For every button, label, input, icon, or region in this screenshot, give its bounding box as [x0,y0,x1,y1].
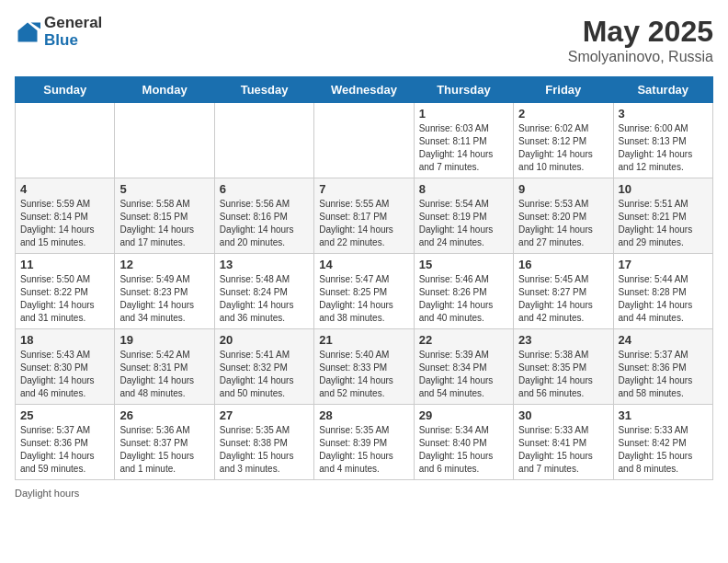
location-title: Smolyaninovo, Russia [568,49,713,65]
logo-blue: Blue [44,32,102,50]
day-info: Sunrise: 5:40 AM Sunset: 8:33 PM Dayligh… [319,349,408,400]
calendar-day-cell: 12Sunrise: 5:49 AM Sunset: 8:23 PM Dayli… [115,254,214,329]
calendar-day-cell: 6Sunrise: 5:56 AM Sunset: 8:16 PM Daylig… [214,178,313,254]
calendar-day-cell: 31Sunrise: 5:33 AM Sunset: 8:42 PM Dayli… [613,405,712,480]
day-info: Sunrise: 5:56 AM Sunset: 8:16 PM Dayligh… [220,198,309,249]
day-number: 2 [518,107,608,121]
day-number: 16 [518,258,608,271]
day-number: 7 [319,182,408,196]
logo-text: General Blue [44,15,102,49]
day-number: 22 [419,333,508,347]
calendar-week-row: 25Sunrise: 5:37 AM Sunset: 8:36 PM Dayli… [16,405,713,480]
day-number: 25 [20,408,109,422]
day-number: 4 [20,182,109,196]
day-number: 20 [220,333,309,347]
day-number: 15 [419,258,508,271]
calendar-day-cell: 4Sunrise: 5:59 AM Sunset: 8:14 PM Daylig… [16,178,115,254]
calendar-day-cell: 20Sunrise: 5:41 AM Sunset: 8:32 PM Dayli… [214,329,313,405]
day-info: Sunrise: 6:03 AM Sunset: 8:11 PM Dayligh… [419,122,508,174]
day-number: 31 [619,408,708,422]
day-number: 30 [518,408,608,422]
day-number: 26 [119,408,209,422]
day-info: Sunrise: 5:37 AM Sunset: 8:36 PM Dayligh… [20,424,109,476]
logo: General Blue [15,15,102,49]
calendar-day-cell: 16Sunrise: 5:45 AM Sunset: 8:27 PM Dayli… [514,254,613,329]
calendar-day-cell: 25Sunrise: 5:37 AM Sunset: 8:36 PM Dayli… [16,405,115,480]
calendar-day-cell: 3Sunrise: 6:00 AM Sunset: 8:13 PM Daylig… [613,103,712,178]
day-info: Sunrise: 5:35 AM Sunset: 8:39 PM Dayligh… [319,424,408,476]
day-info: Sunrise: 6:00 AM Sunset: 8:13 PM Dayligh… [619,122,708,174]
day-number: 12 [119,258,209,271]
day-info: Sunrise: 5:51 AM Sunset: 8:21 PM Dayligh… [619,198,708,249]
day-info: Sunrise: 5:36 AM Sunset: 8:37 PM Dayligh… [119,424,209,476]
weekday-header: Tuesday [214,77,313,103]
day-number: 10 [619,182,708,196]
day-info: Sunrise: 5:47 AM Sunset: 8:25 PM Dayligh… [319,273,408,325]
calendar-day-cell: 18Sunrise: 5:43 AM Sunset: 8:30 PM Dayli… [16,329,115,405]
day-number: 8 [419,182,508,196]
day-number: 24 [619,333,708,347]
calendar-day-cell: 26Sunrise: 5:36 AM Sunset: 8:37 PM Dayli… [115,405,214,480]
day-info: Sunrise: 5:42 AM Sunset: 8:31 PM Dayligh… [119,349,209,400]
day-info: Sunrise: 5:55 AM Sunset: 8:17 PM Dayligh… [319,198,408,249]
day-info: Sunrise: 5:35 AM Sunset: 8:38 PM Dayligh… [220,424,309,476]
day-info: Sunrise: 5:37 AM Sunset: 8:36 PM Dayligh… [619,349,708,400]
calendar-day-cell [16,103,115,178]
calendar-day-cell: 24Sunrise: 5:37 AM Sunset: 8:36 PM Dayli… [613,329,712,405]
weekday-row: SundayMondayTuesdayWednesdayThursdayFrid… [16,77,713,103]
calendar-day-cell [115,103,214,178]
calendar-body: 1Sunrise: 6:03 AM Sunset: 8:11 PM Daylig… [16,103,713,480]
logo-icon [15,19,40,45]
calendar-day-cell: 2Sunrise: 6:02 AM Sunset: 8:12 PM Daylig… [514,103,613,178]
day-number: 3 [619,107,708,121]
month-title: May 2025 [568,15,713,49]
day-number: 13 [220,258,309,271]
day-number: 18 [20,333,109,347]
calendar-day-cell: 8Sunrise: 5:54 AM Sunset: 8:19 PM Daylig… [414,178,513,254]
weekday-header: Saturday [613,77,712,103]
day-info: Sunrise: 5:49 AM Sunset: 8:23 PM Dayligh… [119,273,209,325]
day-number: 6 [220,182,309,196]
calendar-table: SundayMondayTuesdayWednesdayThursdayFrid… [15,76,713,480]
calendar-week-row: 18Sunrise: 5:43 AM Sunset: 8:30 PM Dayli… [16,329,713,405]
calendar-day-cell: 19Sunrise: 5:42 AM Sunset: 8:31 PM Dayli… [115,329,214,405]
day-info: Sunrise: 5:46 AM Sunset: 8:26 PM Dayligh… [419,273,508,325]
title-block: May 2025 Smolyaninovo, Russia [568,15,713,65]
calendar-day-cell: 28Sunrise: 5:35 AM Sunset: 8:39 PM Dayli… [314,405,414,480]
day-info: Sunrise: 6:02 AM Sunset: 8:12 PM Dayligh… [518,122,608,174]
calendar-day-cell: 5Sunrise: 5:58 AM Sunset: 8:15 PM Daylig… [115,178,214,254]
calendar-day-cell: 9Sunrise: 5:53 AM Sunset: 8:20 PM Daylig… [514,178,613,254]
day-info: Sunrise: 5:53 AM Sunset: 8:20 PM Dayligh… [518,198,608,249]
day-info: Sunrise: 5:33 AM Sunset: 8:41 PM Dayligh… [518,424,608,476]
calendar-day-cell: 13Sunrise: 5:48 AM Sunset: 8:24 PM Dayli… [214,254,313,329]
calendar-day-cell: 29Sunrise: 5:34 AM Sunset: 8:40 PM Dayli… [414,405,513,480]
calendar-day-cell: 14Sunrise: 5:47 AM Sunset: 8:25 PM Dayli… [314,254,414,329]
day-info: Sunrise: 5:54 AM Sunset: 8:19 PM Dayligh… [419,198,508,249]
weekday-header: Wednesday [314,77,414,103]
calendar-day-cell: 22Sunrise: 5:39 AM Sunset: 8:34 PM Dayli… [414,329,513,405]
day-number: 23 [518,333,608,347]
svg-marker-0 [18,22,38,41]
calendar-day-cell: 17Sunrise: 5:44 AM Sunset: 8:28 PM Dayli… [613,254,712,329]
logo-general: General [44,15,102,32]
calendar-week-row: 4Sunrise: 5:59 AM Sunset: 8:14 PM Daylig… [16,178,713,254]
page-header: General Blue May 2025 Smolyaninovo, Russ… [15,15,713,65]
weekday-header: Thursday [414,77,513,103]
day-info: Sunrise: 5:48 AM Sunset: 8:24 PM Dayligh… [220,273,309,325]
calendar-week-row: 11Sunrise: 5:50 AM Sunset: 8:22 PM Dayli… [16,254,713,329]
day-info: Sunrise: 5:34 AM Sunset: 8:40 PM Dayligh… [419,424,508,476]
day-info: Sunrise: 5:59 AM Sunset: 8:14 PM Dayligh… [20,198,109,249]
day-number: 21 [319,333,408,347]
day-info: Sunrise: 5:43 AM Sunset: 8:30 PM Dayligh… [20,349,109,400]
day-number: 19 [119,333,209,347]
day-number: 28 [319,408,408,422]
day-info: Sunrise: 5:39 AM Sunset: 8:34 PM Dayligh… [419,349,508,400]
day-number: 17 [619,258,708,271]
calendar-day-cell: 23Sunrise: 5:38 AM Sunset: 8:35 PM Dayli… [514,329,613,405]
day-number: 27 [220,408,309,422]
day-info: Sunrise: 5:58 AM Sunset: 8:15 PM Dayligh… [119,198,209,249]
day-number: 11 [20,258,109,271]
day-number: 14 [319,258,408,271]
footer-label: Daylight hours [15,488,713,499]
day-number: 9 [518,182,608,196]
